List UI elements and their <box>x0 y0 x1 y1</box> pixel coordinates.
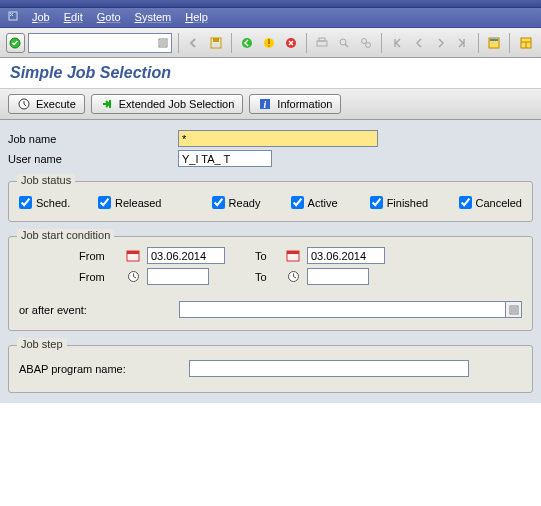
finished-label: Finished <box>387 197 429 209</box>
date-from-label: From <box>79 250 119 262</box>
username-input[interactable] <box>178 150 272 167</box>
sched-label: Sched. <box>36 197 70 209</box>
application-toolbar: Execute Extended Job Selection i Informa… <box>0 89 541 120</box>
svg-point-5 <box>242 38 252 48</box>
time-from-label: From <box>79 271 119 283</box>
print-icon[interactable] <box>313 33 332 53</box>
ready-checkbox[interactable] <box>212 196 225 209</box>
canceled-checkbox[interactable] <box>459 196 472 209</box>
information-button[interactable]: i Information <box>249 94 341 114</box>
nav-exit-icon[interactable] <box>260 33 279 53</box>
job-start-condition-title: Job start condition <box>17 229 114 241</box>
calendar-icon[interactable] <box>285 249 301 263</box>
save-icon[interactable] <box>206 33 225 53</box>
execute-label: Execute <box>36 98 76 110</box>
username-label: User name <box>8 153 178 165</box>
extended-selection-button[interactable]: Extended Job Selection <box>91 94 244 114</box>
menubar: Job Edit Goto System Help <box>0 8 541 28</box>
clock-icon <box>17 97 31 111</box>
separator <box>381 33 382 53</box>
date-to-input[interactable] <box>307 247 385 264</box>
prev-page-icon[interactable] <box>410 33 429 53</box>
svg-rect-23 <box>287 251 299 254</box>
date-from-input[interactable] <box>147 247 225 264</box>
dropdown-icon[interactable] <box>158 38 168 48</box>
last-page-icon[interactable] <box>453 33 472 53</box>
job-status-group: Job status Sched. Released Ready Active … <box>8 181 533 222</box>
find-icon[interactable] <box>335 33 354 53</box>
nav-cancel-icon[interactable] <box>281 33 300 53</box>
date-to-label: To <box>255 250 279 262</box>
finished-checkbox[interactable] <box>370 196 383 209</box>
command-field[interactable] <box>28 33 172 53</box>
info-label: Information <box>277 98 332 110</box>
released-label: Released <box>115 197 161 209</box>
ready-label: Ready <box>229 197 261 209</box>
svg-rect-21 <box>127 251 139 254</box>
jobname-input[interactable] <box>178 130 378 147</box>
time-to-input[interactable] <box>307 268 369 285</box>
arrow-green-icon <box>100 97 114 111</box>
calendar-icon[interactable] <box>125 249 141 263</box>
enter-button[interactable] <box>6 33 25 53</box>
sched-checkbox[interactable] <box>19 196 32 209</box>
menu-job[interactable]: Job <box>32 11 50 24</box>
layout-icon[interactable] <box>516 33 535 53</box>
separator <box>231 33 232 53</box>
menu-goto[interactable]: Goto <box>97 11 121 24</box>
next-page-icon[interactable] <box>431 33 450 53</box>
separator <box>478 33 479 53</box>
job-status-title: Job status <box>17 174 75 186</box>
jobname-label: Job name <box>8 133 178 145</box>
time-to-label: To <box>255 271 279 283</box>
new-session-icon[interactable] <box>485 33 504 53</box>
separator <box>178 33 179 53</box>
first-page-icon[interactable] <box>388 33 407 53</box>
back-icon[interactable] <box>185 33 204 53</box>
extended-label: Extended Job Selection <box>119 98 235 110</box>
svg-text:i: i <box>264 99 267 110</box>
active-checkbox[interactable] <box>291 196 304 209</box>
separator <box>306 33 307 53</box>
menu-system[interactable]: System <box>135 11 172 24</box>
separator <box>509 33 510 53</box>
svg-rect-10 <box>319 38 325 41</box>
svg-point-13 <box>365 42 370 47</box>
svg-point-12 <box>361 38 366 43</box>
window-titlebar <box>0 0 541 8</box>
svg-rect-9 <box>317 41 327 46</box>
canceled-label: Canceled <box>476 197 522 209</box>
svg-point-7 <box>268 45 270 47</box>
svg-rect-4 <box>213 38 219 42</box>
dropdown-icon[interactable] <box>506 301 522 318</box>
page-title: Simple Job Selection <box>0 58 541 89</box>
job-step-group: Job step ABAP program name: <box>8 345 533 393</box>
clock-icon[interactable] <box>285 270 301 284</box>
job-start-condition-group: Job start condition From To From To or a… <box>8 236 533 331</box>
abap-program-label: ABAP program name: <box>19 363 189 375</box>
event-input[interactable] <box>179 301 506 318</box>
or-after-event-label: or after event: <box>19 304 169 316</box>
time-from-input[interactable] <box>147 268 209 285</box>
menu-help[interactable]: Help <box>185 11 208 24</box>
active-label: Active <box>308 197 338 209</box>
menu-file-icon[interactable] <box>8 11 18 24</box>
job-step-title: Job step <box>17 338 67 350</box>
system-toolbar <box>0 28 541 58</box>
nav-back-icon[interactable] <box>238 33 257 53</box>
content-area: Job name User name Job status Sched. Rel… <box>0 120 541 403</box>
find-next-icon[interactable] <box>356 33 375 53</box>
menu-edit[interactable]: Edit <box>64 11 83 24</box>
released-checkbox[interactable] <box>98 196 111 209</box>
svg-rect-15 <box>490 39 498 41</box>
abap-program-input[interactable] <box>189 360 469 377</box>
execute-button[interactable]: Execute <box>8 94 85 114</box>
clock-icon[interactable] <box>125 270 141 284</box>
info-icon: i <box>258 97 272 111</box>
